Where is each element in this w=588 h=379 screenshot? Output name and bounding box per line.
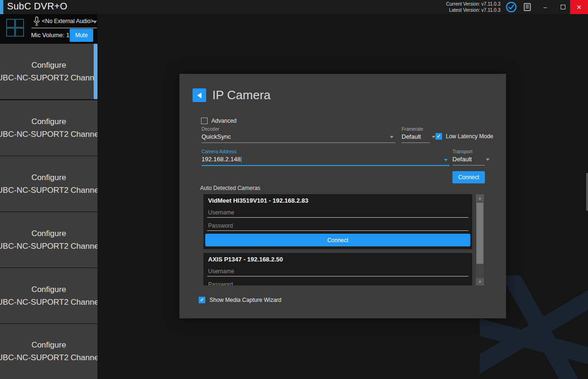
title-bar: SubC DVR+O Current Version: v7.11.0.3 La… (0, 0, 588, 14)
transport-dropdown[interactable]: Transport Default (452, 149, 485, 166)
minimize-button[interactable]: – (537, 0, 554, 14)
tile-line1: Configure (32, 117, 66, 126)
camera-card-vidmeet: VidMeet HI3519V101 - 192.168.2.83 Connec… (203, 194, 472, 249)
camera-connect-button[interactable]: Connect (205, 234, 470, 246)
titlebar-accent (0, 0, 3, 14)
sidebar-scrollbar-thumb[interactable] (94, 44, 97, 99)
layout-grid-icon[interactable] (6, 19, 24, 37)
current-version: Current Version: v7.11.0.3 (446, 1, 500, 7)
back-arrow-icon (197, 93, 201, 98)
username-input[interactable] (207, 266, 468, 276)
decoder-dropdown[interactable]: Decoder QuickSync (201, 126, 395, 143)
update-status-icon[interactable] (504, 0, 519, 14)
camera-title: VidMeet HI3519V101 - 192.168.2.83 (208, 197, 308, 204)
mic-volume-label: Mic Volume: 10 (31, 32, 74, 39)
password-input[interactable] (207, 279, 468, 285)
auto-detected-cameras-label: Auto Detected Cameras (200, 185, 260, 191)
username-row (207, 266, 468, 276)
decoder-value: QuickSync (201, 133, 395, 140)
main-area: IP Camera Advanced Decoder QuickSync Fra… (97, 14, 588, 379)
password-input[interactable] (207, 221, 468, 230)
framerate-label: Framerate (402, 126, 430, 132)
check-circle-icon (506, 1, 517, 13)
scroll-up-button[interactable]: ▲ (476, 194, 484, 202)
connect-button[interactable]: Connect (452, 171, 485, 183)
advanced-row: Advanced (201, 118, 236, 124)
camera-list-scrollbar: ▲ ▼ (476, 194, 484, 285)
sidebar-tile-channel-3[interactable]: Configure UBC-NC-SUPORT2 Channel (0, 156, 97, 212)
tile-line2: UBC-NC-SUPORT2 Channel (0, 73, 100, 83)
maximize-button[interactable] (555, 0, 572, 14)
show-wizard-row: ✓ Show Media Capture Wizard (199, 297, 282, 303)
close-button[interactable]: ✕ (570, 0, 588, 14)
mute-button[interactable]: Mute (70, 29, 93, 42)
tile-line2: UBC-NC-SUPORT2 Channel (0, 130, 100, 139)
low-latency-label: Low Latency Mode (446, 133, 493, 140)
tile-line1: Configure (32, 285, 66, 294)
low-latency-row: ✓ Low Latency Mode (435, 133, 493, 140)
scroll-down-button[interactable]: ▼ (476, 278, 484, 285)
framerate-dropdown[interactable]: Framerate Default (402, 126, 430, 143)
transport-label: Transport (452, 149, 485, 154)
tile-line2: UBC-NC-SUPORT2 Channel (0, 242, 100, 251)
sidebar: <No External Audio> Mic Volume: 10 Mute … (0, 14, 97, 379)
back-button[interactable] (193, 88, 206, 102)
tile-line1: Configure (32, 61, 66, 70)
sidebar-tile-channel-2[interactable]: Configure UBC-NC-SUPORT2 Channel (0, 100, 97, 156)
camera-address-value: 192.168.2.148 (201, 156, 450, 163)
audio-device-underline (32, 28, 97, 28)
sidebar-tile-channel-1[interactable]: Configure UBC-NC-SUPORT2 Channel (0, 44, 97, 99)
show-wizard-checkbox[interactable]: ✓ (199, 297, 205, 303)
framerate-value: Default (402, 133, 430, 140)
show-wizard-label: Show Media Capture Wizard (209, 297, 282, 303)
tile-line1: Configure (32, 340, 66, 350)
ip-camera-dialog: IP Camera Advanced Decoder QuickSync Fra… (179, 74, 506, 318)
tile-line2: UBC-NC-SUPORT2 Channel (0, 353, 100, 363)
right-edge-scrollbar[interactable] (586, 173, 588, 211)
sidebar-tile-channel-6[interactable]: Configure UBC-NC-SUPORT2 Channel (0, 324, 97, 379)
chevron-down-icon (432, 136, 435, 138)
version-info: Current Version: v7.11.0.3 Latest Versio… (446, 1, 500, 13)
maximize-icon (561, 5, 565, 9)
text-cursor (241, 157, 242, 163)
scrollbar-thumb[interactable] (476, 203, 483, 264)
camera-address-field[interactable]: Camera Address 192.168.2.148 (201, 149, 450, 166)
sidebar-tile-channel-4[interactable]: Configure UBC-NC-SUPORT2 Channel (0, 212, 97, 268)
password-row (207, 279, 468, 285)
username-row (207, 207, 468, 218)
changelog-icon[interactable] (520, 0, 535, 14)
dialog-title: IP Camera (212, 88, 271, 103)
app-title: SubC DVR+O (7, 1, 67, 12)
chevron-down-icon (93, 21, 97, 24)
audio-device-dropdown[interactable]: <No External Audio> (42, 18, 94, 24)
app-window: SubC DVR+O Current Version: v7.11.0.3 La… (0, 0, 588, 379)
low-latency-checkbox[interactable]: ✓ (435, 133, 442, 140)
tile-line2: UBC-NC-SUPORT2 Channel (0, 298, 100, 307)
decoder-label: Decoder (201, 126, 395, 132)
chevron-down-icon (390, 136, 394, 138)
tile-line1: Configure (32, 173, 66, 182)
advanced-label: Advanced (211, 118, 236, 124)
password-row (207, 221, 468, 231)
sidebar-tile-channel-5[interactable]: Configure UBC-NC-SUPORT2 Channel (0, 268, 97, 324)
tile-line1: Configure (32, 229, 66, 238)
camera-title: AXIS P1347 - 192.168.2.50 (208, 256, 283, 263)
advanced-checkbox[interactable] (201, 118, 208, 124)
camera-address-label: Camera Address (201, 149, 450, 154)
chevron-down-icon (486, 158, 490, 161)
auto-detected-camera-list: VidMeet HI3519V101 - 192.168.2.83 Connec… (203, 194, 472, 285)
audio-panel: <No External Audio> Mic Volume: 10 Mute (0, 14, 97, 44)
chevron-down-icon (444, 159, 448, 161)
transport-value: Default (452, 156, 485, 163)
microphone-icon (33, 16, 40, 27)
username-input[interactable] (207, 207, 468, 217)
camera-card-axis: AXIS P1347 - 192.168.2.50 (203, 253, 472, 285)
latest-version: Latest Version: v7.11.0.3 (446, 7, 500, 13)
tile-line2: UBC-NC-SUPORT2 Channel (0, 186, 100, 195)
book-icon (523, 3, 532, 11)
